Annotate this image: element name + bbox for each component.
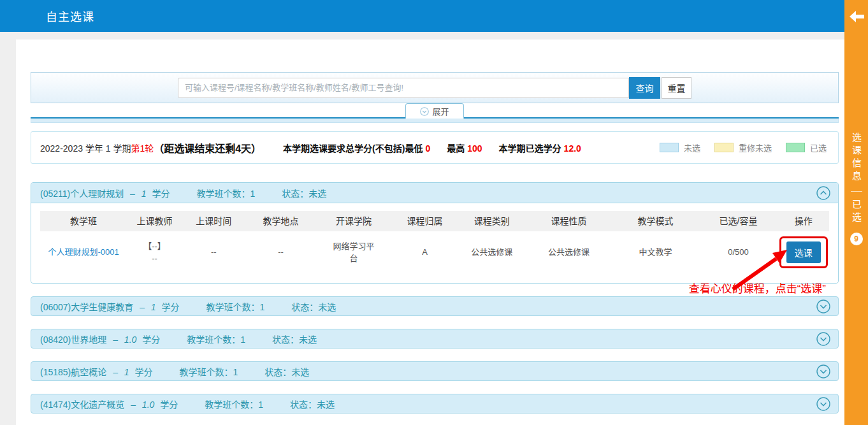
- tab-selected-courses[interactable]: 已选: [850, 199, 863, 225]
- course-status: 未选: [308, 189, 326, 199]
- course-bar-15185[interactable]: (15185)航空概论 – 1 学分 教学班个数：1 状态：未选: [31, 361, 839, 381]
- chevron-up-circle-icon: [816, 186, 830, 200]
- expand-toggle[interactable]: [816, 397, 830, 411]
- teacher-cell: 【--】 --: [127, 231, 182, 273]
- course-bar-08420[interactable]: (08420)世界地理 – 1.0 学分 教学班个数：1 状态：未选: [31, 329, 839, 349]
- expand-toggle[interactable]: [816, 332, 830, 346]
- college-cell: 网络学习平台: [316, 231, 391, 273]
- page-header: 自主选课: [0, 0, 844, 32]
- status-legend: 未选 重修未选 已选: [660, 141, 827, 154]
- course-header-05211[interactable]: (05211)个人理财规划 – 1 学分 教学班个数：1 状态：未选: [31, 183, 838, 203]
- table-header-row: 教学班 上课教师 上课时间 教学地点 开课学院 课程归属 课程类别 课程性质 教…: [40, 211, 829, 231]
- credit-requirement: 本学期选课要求总学分(不包括)最低0最高100本学期已选学分12.0: [283, 141, 584, 154]
- min-credits: 0: [425, 143, 430, 154]
- belong-cell: A: [391, 231, 458, 273]
- collapsed-filter-strip: [31, 119, 839, 123]
- course-credits: 1: [141, 189, 147, 199]
- course-panel-05211: (05211)个人理财规划 – 1 学分 教学班个数：1 状态：未选 教学班 上…: [31, 182, 839, 284]
- reset-button[interactable]: 重置: [662, 77, 691, 99]
- selected-credits: 12.0: [564, 143, 581, 154]
- main-content: 查询 重置 展开 2022-2023 学年 1 学期 第1轮 （距选课结束还剩4…: [16, 40, 844, 425]
- page-title: 自主选课: [46, 8, 94, 24]
- expand-toggle[interactable]: [816, 364, 830, 378]
- countdown-text: （距选课结束还剩4天）: [154, 140, 261, 155]
- time-cell: --: [182, 231, 245, 273]
- capacity-cell: 0/500: [699, 231, 778, 273]
- course-title: (05211)个人理财规划: [40, 189, 124, 199]
- legend-unselected: 未选: [660, 141, 700, 154]
- chevron-down-circle-icon: [816, 299, 830, 313]
- query-button[interactable]: 查询: [629, 77, 660, 99]
- annotation-text: 查看心仪的课程，点击“选课”: [689, 280, 826, 296]
- chevron-down-circle-icon: [420, 107, 429, 116]
- rail-divider: [851, 191, 862, 192]
- round-text: 第1轮: [131, 141, 154, 154]
- class-name-link[interactable]: 个人理财规划-0001: [48, 246, 119, 259]
- chevron-down-circle-icon: [816, 332, 830, 346]
- notice-bar: 2022-2023 学年 1 学期 第1轮 （距选课结束还剩4天） 本学期选课要…: [31, 131, 839, 164]
- legend-selected-swatch: [786, 143, 805, 152]
- expand-label: 展开: [432, 105, 449, 117]
- expand-toggle[interactable]: [816, 299, 830, 313]
- place-cell: --: [245, 231, 316, 273]
- category-cell: 公共选修课: [458, 231, 525, 273]
- legend-selected: 已选: [786, 141, 827, 154]
- expand-row: 展开: [31, 103, 839, 119]
- legend-unselected-swatch: [660, 143, 679, 152]
- table-row: 个人理财规划-0001 【--】 -- -- -- 网络学习平台 A 公共选修课…: [40, 231, 829, 273]
- select-course-button[interactable]: 选课: [786, 241, 821, 263]
- mode-cell: 中文教学: [612, 231, 698, 273]
- chevron-down-circle-icon: [816, 364, 830, 378]
- chevron-down-circle-icon: [816, 397, 830, 411]
- expand-toggle[interactable]: 展开: [405, 103, 464, 119]
- search-input[interactable]: [178, 78, 629, 98]
- course-classes-table: 教学班 上课教师 上课时间 教学地点 开课学院 课程归属 课程类别 课程性质 教…: [31, 203, 838, 283]
- max-credits: 100: [467, 143, 482, 154]
- collapse-toggle[interactable]: [816, 186, 830, 200]
- side-rail: 选课信息 已选 9: [844, 0, 868, 425]
- course-bar-06007[interactable]: (06007)大学生健康教育 – 1 学分 教学班个数：1 状态：未选: [31, 296, 839, 316]
- class-count: 1: [250, 189, 255, 199]
- tab-course-selection-info[interactable]: 选课信息: [850, 133, 863, 184]
- legend-retake-swatch: [714, 143, 734, 152]
- selected-count-badge: 9: [850, 233, 863, 245]
- back-arrow-icon[interactable]: [848, 10, 865, 25]
- action-cell: 选课: [778, 231, 828, 273]
- search-panel: 查询 重置: [31, 72, 839, 103]
- legend-retake-unselected: 重修未选: [714, 141, 772, 154]
- nature-cell: 公共选修课: [525, 231, 612, 273]
- term-text: 2022-2023 学年 1 学期: [40, 141, 131, 154]
- course-bar-41474[interactable]: (41474)文化遗产概览 – 1.0 学分 教学班个数：1 状态：未选: [31, 394, 839, 414]
